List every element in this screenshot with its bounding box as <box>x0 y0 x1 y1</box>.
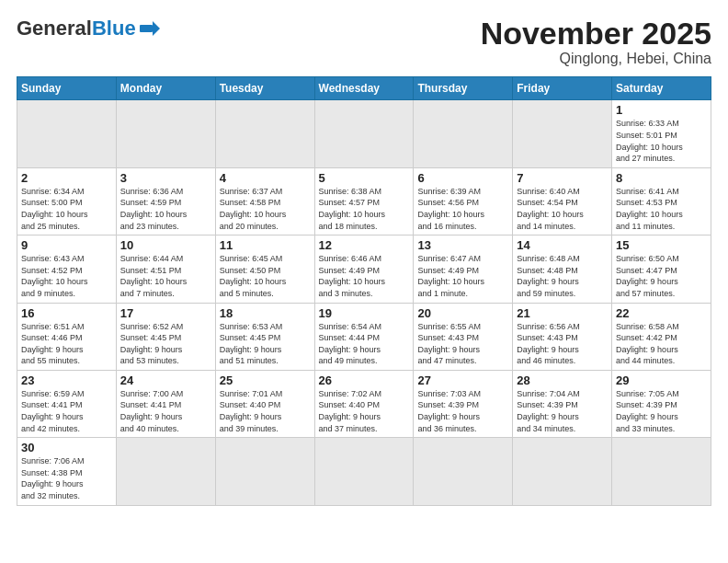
calendar-cell: 12Sunrise: 6:46 AM Sunset: 4:49 PM Dayli… <box>314 236 414 303</box>
day-info: Sunrise: 6:38 AM Sunset: 4:57 PM Dayligh… <box>319 186 410 232</box>
calendar-cell <box>17 100 117 167</box>
calendar-cell: 6Sunrise: 6:39 AM Sunset: 4:56 PM Daylig… <box>414 167 513 235</box>
calendar-cell: 26Sunrise: 7:02 AM Sunset: 4:40 PM Dayli… <box>314 370 414 437</box>
title-block: November 2025 Qinglong, Hebei, China <box>481 17 711 67</box>
day-info: Sunrise: 6:52 AM Sunset: 4:45 PM Dayligh… <box>120 321 211 367</box>
day-info: Sunrise: 7:01 AM Sunset: 4:40 PM Dayligh… <box>220 388 311 434</box>
day-number: 2 <box>21 171 112 185</box>
calendar-cell: 27Sunrise: 7:03 AM Sunset: 4:39 PM Dayli… <box>414 370 513 437</box>
day-number: 18 <box>220 306 311 320</box>
day-info: Sunrise: 6:55 AM Sunset: 4:43 PM Dayligh… <box>417 321 508 367</box>
calendar-cell: 1Sunrise: 6:33 AM Sunset: 5:01 PM Daylig… <box>612 100 711 167</box>
calendar-cell: 19Sunrise: 6:54 AM Sunset: 4:44 PM Dayli… <box>314 303 414 370</box>
day-info: Sunrise: 6:41 AM Sunset: 4:53 PM Dayligh… <box>616 186 707 232</box>
day-info: Sunrise: 7:05 AM Sunset: 4:39 PM Dayligh… <box>616 388 707 434</box>
day-number: 8 <box>616 171 707 185</box>
day-info: Sunrise: 6:43 AM Sunset: 4:52 PM Dayligh… <box>21 253 112 299</box>
calendar-cell: 22Sunrise: 6:58 AM Sunset: 4:42 PM Dayli… <box>612 303 711 370</box>
day-info: Sunrise: 6:58 AM Sunset: 4:42 PM Dayligh… <box>616 321 707 367</box>
calendar-cell: 14Sunrise: 6:48 AM Sunset: 4:48 PM Dayli… <box>513 236 612 303</box>
day-number: 30 <box>21 441 112 454</box>
calendar-week-2: 9Sunrise: 6:43 AM Sunset: 4:52 PM Daylig… <box>17 236 711 303</box>
calendar-week-4: 23Sunrise: 6:59 AM Sunset: 4:41 PM Dayli… <box>17 370 711 437</box>
calendar-cell: 9Sunrise: 6:43 AM Sunset: 4:52 PM Daylig… <box>17 236 117 303</box>
calendar-cell <box>513 438 612 505</box>
calendar-cell: 24Sunrise: 7:00 AM Sunset: 4:41 PM Dayli… <box>116 370 215 437</box>
day-info: Sunrise: 6:48 AM Sunset: 4:48 PM Dayligh… <box>517 253 608 299</box>
weekday-saturday: Saturday <box>612 77 711 100</box>
calendar-week-1: 2Sunrise: 6:34 AM Sunset: 5:00 PM Daylig… <box>17 167 711 235</box>
day-number: 28 <box>517 373 608 387</box>
calendar-cell <box>215 100 314 167</box>
svg-marker-1 <box>153 21 160 36</box>
calendar-week-5: 30Sunrise: 7:06 AM Sunset: 4:38 PM Dayli… <box>17 438 711 505</box>
day-number: 25 <box>220 373 311 387</box>
calendar-cell <box>116 438 215 505</box>
day-number: 26 <box>319 373 410 387</box>
day-number: 11 <box>220 238 311 252</box>
weekday-monday: Monday <box>116 77 215 100</box>
calendar-cell <box>414 100 513 167</box>
day-number: 24 <box>120 373 211 387</box>
weekday-thursday: Thursday <box>414 77 513 100</box>
calendar-cell: 29Sunrise: 7:05 AM Sunset: 4:39 PM Dayli… <box>612 370 711 437</box>
day-info: Sunrise: 6:44 AM Sunset: 4:51 PM Dayligh… <box>120 253 211 299</box>
calendar-cell: 16Sunrise: 6:51 AM Sunset: 4:46 PM Dayli… <box>17 303 117 370</box>
calendar: SundayMondayTuesdayWednesdayThursdayFrid… <box>17 76 711 505</box>
day-number: 29 <box>616 373 707 387</box>
svg-rect-0 <box>140 25 153 32</box>
day-info: Sunrise: 6:45 AM Sunset: 4:50 PM Dayligh… <box>220 253 311 299</box>
day-info: Sunrise: 6:53 AM Sunset: 4:45 PM Dayligh… <box>220 321 311 367</box>
calendar-cell: 20Sunrise: 6:55 AM Sunset: 4:43 PM Dayli… <box>414 303 513 370</box>
header: GeneralBlue November 2025 Qinglong, Hebe… <box>17 17 711 67</box>
day-info: Sunrise: 6:54 AM Sunset: 4:44 PM Dayligh… <box>319 321 410 367</box>
day-info: Sunrise: 6:39 AM Sunset: 4:56 PM Dayligh… <box>417 186 508 232</box>
day-info: Sunrise: 6:51 AM Sunset: 4:46 PM Dayligh… <box>21 321 112 367</box>
day-info: Sunrise: 6:46 AM Sunset: 4:49 PM Dayligh… <box>319 253 410 299</box>
day-info: Sunrise: 7:00 AM Sunset: 4:41 PM Dayligh… <box>120 388 211 434</box>
calendar-cell: 13Sunrise: 6:47 AM Sunset: 4:49 PM Dayli… <box>414 236 513 303</box>
day-info: Sunrise: 7:03 AM Sunset: 4:39 PM Dayligh… <box>417 388 508 434</box>
day-info: Sunrise: 7:02 AM Sunset: 4:40 PM Dayligh… <box>319 388 410 434</box>
day-number: 4 <box>220 171 311 185</box>
logo-general-text: GeneralBlue <box>17 17 136 40</box>
weekday-tuesday: Tuesday <box>215 77 314 100</box>
calendar-cell: 25Sunrise: 7:01 AM Sunset: 4:40 PM Dayli… <box>215 370 314 437</box>
calendar-cell: 10Sunrise: 6:44 AM Sunset: 4:51 PM Dayli… <box>116 236 215 303</box>
day-info: Sunrise: 7:04 AM Sunset: 4:39 PM Dayligh… <box>517 388 608 434</box>
calendar-cell: 28Sunrise: 7:04 AM Sunset: 4:39 PM Dayli… <box>513 370 612 437</box>
calendar-cell <box>513 100 612 167</box>
day-number: 13 <box>417 238 508 252</box>
day-number: 6 <box>417 171 508 185</box>
logo-general-word: General <box>17 17 92 40</box>
calendar-cell: 15Sunrise: 6:50 AM Sunset: 4:47 PM Dayli… <box>612 236 711 303</box>
calendar-cell: 30Sunrise: 7:06 AM Sunset: 4:38 PM Dayli… <box>17 438 117 505</box>
day-number: 14 <box>517 238 608 252</box>
logo-icon <box>140 20 160 37</box>
calendar-cell <box>612 438 711 505</box>
weekday-friday: Friday <box>513 77 612 100</box>
calendar-cell: 4Sunrise: 6:37 AM Sunset: 4:58 PM Daylig… <box>215 167 314 235</box>
day-info: Sunrise: 6:33 AM Sunset: 5:01 PM Dayligh… <box>616 118 707 164</box>
calendar-cell: 7Sunrise: 6:40 AM Sunset: 4:54 PM Daylig… <box>513 167 612 235</box>
weekday-header-row: SundayMondayTuesdayWednesdayThursdayFrid… <box>17 77 711 100</box>
logo-top: GeneralBlue <box>17 17 160 40</box>
day-number: 1 <box>616 103 707 117</box>
day-info: Sunrise: 6:36 AM Sunset: 4:59 PM Dayligh… <box>120 186 211 232</box>
day-number: 16 <box>21 306 112 320</box>
calendar-week-3: 16Sunrise: 6:51 AM Sunset: 4:46 PM Dayli… <box>17 303 711 370</box>
day-info: Sunrise: 6:37 AM Sunset: 4:58 PM Dayligh… <box>220 186 311 232</box>
calendar-cell <box>116 100 215 167</box>
day-number: 17 <box>120 306 211 320</box>
calendar-cell <box>314 438 414 505</box>
calendar-cell: 5Sunrise: 6:38 AM Sunset: 4:57 PM Daylig… <box>314 167 414 235</box>
calendar-week-0: 1Sunrise: 6:33 AM Sunset: 5:01 PM Daylig… <box>17 100 711 167</box>
day-number: 7 <box>517 171 608 185</box>
day-number: 9 <box>21 238 112 252</box>
calendar-cell: 17Sunrise: 6:52 AM Sunset: 4:45 PM Dayli… <box>116 303 215 370</box>
location-title: Qinglong, Hebei, China <box>481 51 711 67</box>
day-info: Sunrise: 6:59 AM Sunset: 4:41 PM Dayligh… <box>21 388 112 434</box>
calendar-cell: 11Sunrise: 6:45 AM Sunset: 4:50 PM Dayli… <box>215 236 314 303</box>
day-number: 3 <box>120 171 211 185</box>
calendar-cell: 23Sunrise: 6:59 AM Sunset: 4:41 PM Dayli… <box>17 370 117 437</box>
